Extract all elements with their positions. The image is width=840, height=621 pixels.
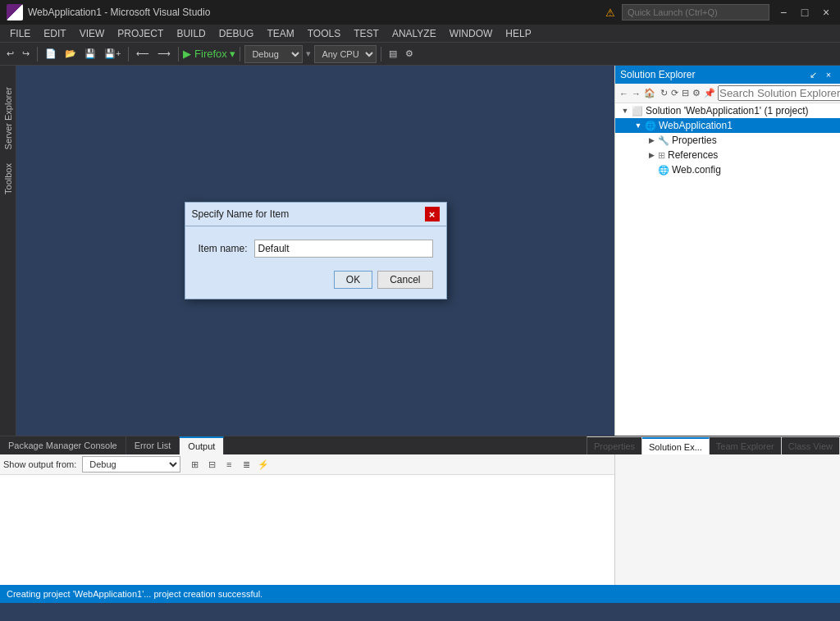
dialog-specify-name: Specify Name for Item × Item name: OK Ca…: [185, 202, 447, 299]
tab-el-label: Error List: [135, 441, 171, 450]
out-btn5[interactable]: ⚡: [256, 457, 271, 472]
tab-package-manager-console[interactable]: Package Manager Console: [0, 436, 126, 454]
tb-undo[interactable]: ↩: [3, 45, 17, 63]
tb-sep2: [128, 47, 129, 62]
se-properties-button[interactable]: ⚙: [692, 86, 701, 101]
tb-sep1: [37, 47, 38, 62]
minimize-button[interactable]: −: [776, 5, 791, 20]
se-sync-button[interactable]: ↻: [660, 86, 669, 101]
maximize-button[interactable]: □: [797, 5, 812, 20]
menu-team[interactable]: TEAM: [260, 25, 300, 42]
solution-icon: ⬜: [632, 106, 643, 116]
tab-output[interactable]: Output: [180, 436, 224, 454]
solution-explorer-header: Solution Explorer ↙ ×: [615, 66, 840, 84]
dialog-cancel-button[interactable]: Cancel: [377, 271, 432, 289]
status-bar: Creating project 'WebApplication1'... pr…: [0, 585, 840, 603]
tab-team-explorer[interactable]: Team Explorer: [710, 437, 782, 454]
tb-save[interactable]: 💾: [81, 45, 99, 63]
tree-properties-item[interactable]: ▶ 🔧 Properties: [615, 133, 840, 148]
out-btn4[interactable]: ≣: [239, 457, 253, 472]
out-btn3[interactable]: ≡: [221, 457, 236, 472]
references-label: References: [668, 149, 718, 161]
references-expander: ▶: [645, 151, 658, 159]
tb-redo2[interactable]: ⟶: [154, 45, 174, 63]
out-btn1[interactable]: ⊞: [187, 457, 202, 472]
tree-webconfig-item[interactable]: ▶ 🌐 Web.config: [615, 162, 840, 177]
tab-pmc-label: Package Manager Console: [8, 441, 117, 450]
menu-analyze[interactable]: ANALYZE: [386, 25, 443, 42]
build-config-select[interactable]: Debug Release: [244, 45, 303, 63]
properties-expander: ▶: [645, 136, 658, 144]
tb-extra2[interactable]: ⚙: [402, 45, 417, 63]
solution-explorer-panel: Solution Explorer ↙ × ← → 🏠 ↻ ⟳ ⊟ ⚙ 📌 🔍 …: [614, 66, 840, 436]
tree-references-item[interactable]: ▶ ⊞ References: [615, 148, 840, 162]
menu-view[interactable]: VIEW: [73, 25, 112, 42]
se-collapse-button[interactable]: ⊟: [681, 86, 690, 101]
tab-cv-label: Class View: [788, 441, 833, 451]
menu-build[interactable]: BUILD: [170, 25, 212, 42]
se-back-button[interactable]: ←: [619, 86, 629, 101]
sidebar-server-explorer[interactable]: Server Explorer: [2, 82, 15, 154]
dialog-title-bar: Specify Name for Item ×: [185, 203, 446, 226]
tb-sep4: [240, 47, 240, 62]
se-refresh-button[interactable]: ⟳: [670, 86, 679, 101]
out-btn2[interactable]: ⊟: [204, 457, 219, 472]
dialog-item-name-input[interactable]: [254, 240, 433, 258]
tb-extra1[interactable]: ▤: [386, 45, 400, 63]
project-expander: ▼: [632, 121, 645, 130]
se-forward-button[interactable]: →: [631, 86, 641, 101]
menu-edit[interactable]: EDIT: [37, 25, 72, 42]
webconfig-icon: 🌐: [658, 165, 669, 176]
tab-solution-explorer[interactable]: Solution Ex...: [642, 437, 710, 454]
start-debug-button[interactable]: ▶ Firefox ▾: [183, 48, 235, 60]
se-search-input[interactable]: [718, 85, 840, 101]
show-output-label: Show output from:: [3, 459, 76, 469]
se-pin2-button[interactable]: 📌: [703, 86, 716, 101]
dialog-item-name-label: Item name:: [199, 243, 248, 254]
menu-project[interactable]: PROJECT: [111, 25, 170, 42]
output-toolbar: Show output from: Debug Build Package Ma…: [0, 454, 614, 475]
menu-debug[interactable]: DEBUG: [212, 25, 261, 42]
menu-window[interactable]: WINDOW: [443, 25, 500, 42]
tb-new-project[interactable]: 📄: [42, 45, 60, 63]
tab-class-view[interactable]: Class View: [782, 437, 840, 454]
dialog-title-text: Specify Name for Item: [192, 208, 290, 220]
tb-redo[interactable]: ↪: [19, 45, 33, 63]
properties-icon: 🔧: [658, 135, 669, 146]
output-source-select[interactable]: Debug Build Package Manager: [82, 456, 180, 473]
tree-solution-item[interactable]: ▼ ⬜ Solution 'WebApplication1' (1 projec…: [615, 103, 840, 118]
tb-undo2[interactable]: ⟵: [133, 45, 153, 63]
se-close-button[interactable]: ×: [822, 68, 835, 81]
solution-expander: ▼: [619, 107, 632, 115]
menu-file[interactable]: FILE: [3, 25, 37, 42]
close-button[interactable]: ×: [819, 5, 833, 20]
sidebar-toolbox[interactable]: Toolbox: [2, 158, 15, 199]
dialog-ok-button[interactable]: OK: [334, 271, 372, 289]
references-icon: ⊞: [658, 150, 665, 161]
quick-launch-input[interactable]: [622, 4, 769, 21]
title-right: ⚠ − □ ×: [605, 4, 833, 21]
notification-icon: ⚠: [605, 7, 615, 19]
title-bar: WebApplication1 - Microsoft Visual Studi…: [0, 0, 840, 25]
platform-select[interactable]: Any CPU: [314, 45, 377, 63]
tb-open[interactable]: 📂: [62, 45, 80, 63]
toolbar: ↩ ↪ 📄 📂 💾 💾+ ⟵ ⟶ ▶ Firefox ▾ Debug Relea…: [0, 43, 840, 66]
se-home-button[interactable]: 🏠: [643, 86, 656, 101]
tb-save-all[interactable]: 💾+: [101, 45, 124, 63]
se-pin-button[interactable]: ↙: [806, 68, 819, 81]
se-toolbar: ← → 🏠 ↻ ⟳ ⊟ ⚙ 📌 🔍: [615, 84, 840, 103]
left-sidebar: Server Explorer Toolbox: [0, 66, 16, 436]
tab-error-list[interactable]: Error List: [126, 436, 180, 454]
menu-test[interactable]: TEST: [347, 25, 386, 42]
menu-tools[interactable]: TOOLS: [301, 25, 347, 42]
tab-prop-label: Properties: [594, 441, 635, 451]
tree-project-item[interactable]: ▼ 🌐 WebApplication1: [615, 118, 840, 133]
dialog-item-name-row: Item name:: [199, 240, 433, 258]
project-label: WebApplication1: [659, 120, 733, 131]
tb-sep5: [381, 47, 381, 62]
tb-sep3: [178, 47, 179, 62]
menu-help[interactable]: HELP: [499, 25, 537, 42]
dialog-close-button[interactable]: ×: [425, 207, 440, 221]
right-se-bottom-placeholder: [614, 454, 840, 585]
tab-properties[interactable]: Properties: [587, 437, 642, 454]
